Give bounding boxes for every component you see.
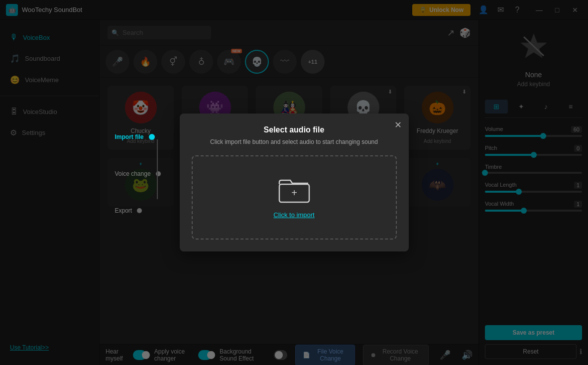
- modal-title: Select audio file: [192, 125, 397, 134]
- step-import: Import file: [115, 133, 155, 140]
- step-voice-change: Voice change: [115, 170, 161, 177]
- step-indicators: Import file Voice change Export: [115, 133, 161, 214]
- step-dot-export: [137, 208, 142, 213]
- select-audio-modal: Import file Voice change Export ✕ Select…: [180, 114, 409, 251]
- import-area[interactable]: + Click to import: [192, 155, 397, 240]
- modal-close-button[interactable]: ✕: [394, 120, 402, 130]
- modal-subtitle: Click import file button and select audi…: [192, 138, 397, 145]
- modal-overlay: Import file Voice change Export ✕ Select…: [0, 0, 588, 365]
- step-line: [157, 139, 158, 199]
- step-export: Export: [115, 207, 142, 214]
- svg-text:+: +: [291, 187, 297, 198]
- folder-icon: +: [278, 176, 310, 203]
- click-to-import-link[interactable]: Click to import: [273, 211, 314, 219]
- step-dot-import: [149, 134, 155, 140]
